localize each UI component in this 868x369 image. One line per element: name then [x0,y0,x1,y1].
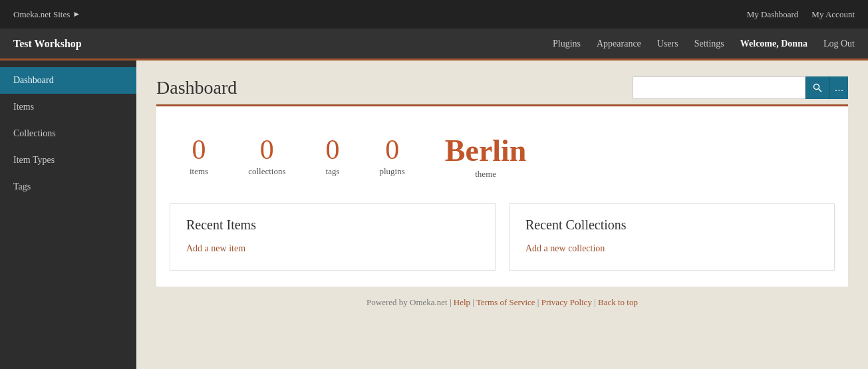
welcome-label: Welcome, Donna [740,39,807,49]
dashboard-panel: 0 items 0 collections 0 tags 0 plugins B… [156,106,848,287]
plugins-count: 0 [380,136,405,164]
arrow-icon: ► [72,9,80,19]
items-count: 0 [190,136,208,164]
svg-line-1 [819,89,822,92]
content-area: Dashboard ... 0 [136,61,868,369]
help-link[interactable]: Help [454,297,470,307]
omeka-sites-label: Omeka.net Sites [13,9,70,20]
top-bar: Omeka.net Sites ► My Dashboard My Accoun… [0,0,868,29]
stat-tags: 0 tags [306,136,360,177]
stat-theme: Berlin theme [425,136,547,180]
sidebar-item-item-types[interactable]: Item Types [0,147,136,174]
search-box: ... [633,76,848,99]
tags-count: 0 [326,136,340,164]
top-nav: My Dashboard My Account [747,9,855,20]
cards-row: Recent Items Add a new item Recent Colle… [170,203,835,271]
my-dashboard-link[interactable]: My Dashboard [747,9,799,20]
recent-collections-card: Recent Collections Add a new collection [509,203,835,271]
logout-link[interactable]: Log Out [823,39,855,49]
ellipsis-icon: ... [835,82,843,94]
recent-items-card: Recent Items Add a new item [170,203,496,271]
items-label: items [190,166,208,177]
stat-plugins: 0 plugins [360,136,425,177]
stat-collections: 0 collections [228,136,305,177]
sidebar-item-items[interactable]: Items [0,94,136,120]
settings-link[interactable]: Settings [694,39,724,49]
search-input[interactable] [633,76,805,99]
add-new-collection-link[interactable]: Add a new collection [525,243,605,253]
collections-count: 0 [248,136,285,164]
search-more-button[interactable]: ... [829,76,848,99]
tags-label: tags [326,166,340,177]
recent-items-title: Recent Items [186,217,479,233]
stats-panel: 0 items 0 collections 0 tags 0 plugins B… [170,120,835,190]
collections-label: collections [248,166,285,177]
site-title: Test Workshop [13,38,82,50]
main-container: Dashboard Items Collections Item Types T… [0,61,868,369]
secondary-bar: Test Workshop Plugins Appearance Users S… [0,29,868,61]
stat-items: 0 items [170,136,228,177]
svg-point-0 [814,84,819,90]
theme-name: Berlin [445,136,527,166]
privacy-policy-link[interactable]: Privacy Policy [541,297,592,307]
dashboard-header: Dashboard ... [156,76,848,99]
recent-collections-title: Recent Collections [525,217,818,233]
users-link[interactable]: Users [657,39,678,49]
sidebar: Dashboard Items Collections Item Types T… [0,61,136,369]
plugins-link[interactable]: Plugins [553,39,581,49]
my-account-link[interactable]: My Account [811,9,855,20]
plugins-label: plugins [380,166,405,177]
sidebar-item-collections[interactable]: Collections [0,120,136,147]
add-new-item-link[interactable]: Add a new item [186,243,245,253]
page-title: Dashboard [156,77,237,98]
back-to-top-link[interactable]: Back to top [598,297,638,307]
appearance-link[interactable]: Appearance [597,39,641,49]
footer: Powered by Omeka.net | Help | Terms of S… [156,287,848,318]
terms-of-service-link[interactable]: Terms of Service [476,297,535,307]
secondary-nav: Plugins Appearance Users Settings Welcom… [553,39,855,49]
powered-by-text: Powered by Omeka.net | [366,297,454,307]
site-menu[interactable]: Omeka.net Sites ► [13,9,80,20]
search-button[interactable] [805,76,829,99]
theme-label: theme [445,169,527,180]
sidebar-item-dashboard[interactable]: Dashboard [0,67,136,94]
search-icon [813,83,822,92]
sidebar-item-tags[interactable]: Tags [0,174,136,200]
